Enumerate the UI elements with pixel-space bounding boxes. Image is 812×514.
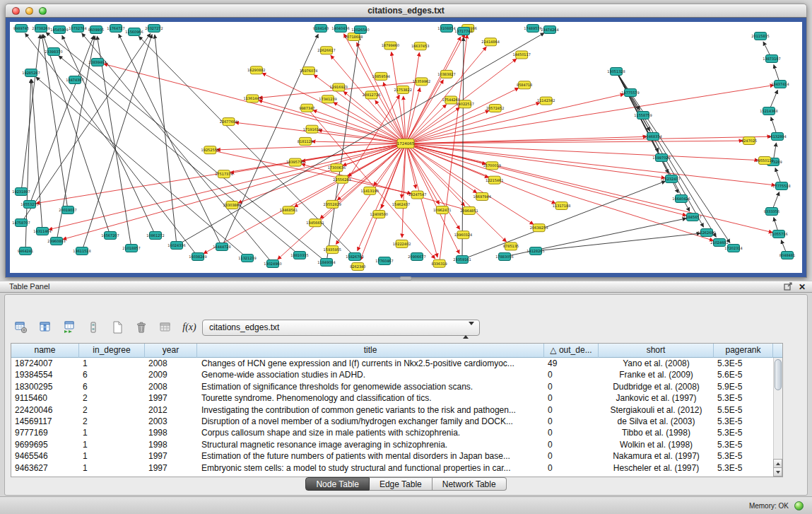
table-cell: 49 [544,358,599,369]
graph-node-label: 16640426 [672,197,690,201]
graph-node-label: 23359161 [453,257,471,262]
rename-column-button[interactable] [156,318,175,337]
table-cell: Estimation of significance thresholds fo… [197,381,544,392]
graph-node-label: 11361443 [243,96,261,100]
table-row[interactable]: 2242004622012Investigating the contribut… [11,404,773,416]
table-row[interactable]: 1938455462009Genome-wide association stu… [11,369,773,380]
float-panel-icon[interactable] [784,281,792,293]
vertical-scrollbar[interactable] [773,358,782,477]
table-options-button[interactable] [12,318,30,337]
table-cell: 5.3E-5 [714,427,773,438]
graph-node-label: 10732784 [69,26,86,30]
column-header-title[interactable]: title [197,344,544,358]
column-header-name[interactable]: name [11,344,79,358]
graph-edge [358,144,406,251]
network-canvas[interactable]: 1724065157000191221546116697944209648511… [10,22,802,273]
table-row[interactable]: 946554611997Estimation of the future num… [11,450,773,462]
graph-node-label: 13717748 [454,29,472,33]
graph-edge [406,144,758,160]
column-header-year[interactable]: year [145,344,197,358]
scroll-down-button[interactable] [773,467,782,477]
table-cell: Dudbridge et al. (2008) [599,381,714,392]
table-cell: Yano et al. (2008) [599,358,714,369]
table-cell: 0 [544,404,599,416]
graph-node-label: 15997029 [652,156,670,160]
graph-edge [238,144,406,203]
graph-node-label: 11560966 [125,30,143,34]
table-cell: 1 [79,427,145,438]
graph-node-label: 16637453 [411,44,429,48]
header-corner [773,344,782,358]
graph-edge [406,144,416,189]
column-header-out_de[interactable]: △ out_de... [544,344,599,358]
graph-node-label: 21018857 [122,246,140,250]
table-cell: 1998 [145,427,197,438]
graph-node-label: 16976074 [300,69,317,73]
table-cell: de Silva et al. (2003) [599,416,714,427]
row-mode-button[interactable] [84,318,102,337]
table-row[interactable]: 1830029562008Estimation of significance … [11,381,773,392]
graph-node-label: 13456651 [306,221,324,225]
table-panel-header[interactable]: Table Panel ✕ [0,281,812,293]
function-builder-button[interactable]: f(x) [180,318,199,337]
graph-node-label: 9464241 [18,249,33,253]
column-header-short[interactable]: short [599,344,714,358]
table-cell: 0 [544,439,599,450]
tab-node-table[interactable]: Node Table [305,477,370,491]
graph-node-label: 12026540 [351,28,369,32]
tab-network-table[interactable]: Network Table [433,477,507,491]
table-row[interactable]: 1872400712008Changes of HCN gene express… [11,358,773,369]
graph-node-label: 18395790 [286,160,304,164]
graph-node-label: 11849084 [317,260,335,264]
graph-node-label: 11845657 [683,215,701,219]
tab-edge-table[interactable]: Edge Table [370,477,433,491]
table-cell: 1997 [145,462,197,474]
graph-node-label: 13611518 [73,249,90,253]
graph-edge [406,144,665,178]
table-cell: Investigating the contribution of common… [197,404,544,416]
table-cell: 1 [79,358,145,369]
table-row[interactable]: 977716911998Corpus callosum shape and si… [11,427,773,438]
column-header-pagerank[interactable]: pagerank [714,344,773,358]
node-table: namein_degreeyeartitle△ out_de...shortpa… [11,343,783,477]
graph-node-label: 10222402 [393,242,411,246]
close-panel-icon[interactable]: ✕ [799,282,806,292]
graph-node-label: 11558759 [634,113,652,117]
graph-node-label: 18810335 [290,253,308,257]
graph-node-label: 14545909 [50,28,68,32]
table-cell: Estimation of the future numbers of pati… [197,450,544,462]
graph-node-label: 14022517 [456,102,473,106]
table-row[interactable]: 1456911722003Disruption of a novel membe… [11,416,773,427]
table-cell: 1997 [145,450,197,462]
graph-node-label: 13960324 [454,233,472,237]
table-row[interactable]: 946362711997Embryonic stem cells: a mode… [11,462,773,474]
table-selector[interactable]: citations_edges.txt [202,320,480,336]
table-cell: 18300295 [11,381,79,392]
delete-column-button[interactable] [132,318,151,337]
minimize-button[interactable] [25,7,33,15]
table-cell: Nakamura et al. (1997) [599,450,714,462]
window-titlebar[interactable]: citations_edges.txt [5,4,807,18]
table-cell: 9465546 [11,450,79,462]
scrollbar-thumb[interactable] [775,359,782,390]
graph-edge [334,103,406,144]
zoom-button[interactable] [39,7,47,15]
table-row[interactable]: 911546021997Tourette syndrome. Phenomeno… [11,392,773,404]
graph-edge [210,150,411,194]
import-table-button[interactable] [60,318,78,337]
graph-node-label: 11055716 [770,232,787,236]
graph-node-label: 15214368 [760,109,777,113]
select-columns-icon [39,321,52,334]
table-row[interactable]: 969969511998Structural magnetic resonanc… [11,439,773,450]
graph-node-label: 15935955 [324,247,341,252]
graph-node-label: 18799460 [382,43,399,47]
graph-node-label: 17341239 [319,97,336,101]
table-cell: 5.3E-5 [714,358,773,369]
graph-node-label: 16024336 [167,243,185,247]
graph-edge [82,33,273,264]
column-header-in_degree[interactable]: in_degree [79,344,145,358]
graph-node-label: 23738269 [32,26,49,30]
select-columns-button[interactable] [36,318,54,337]
new-column-button[interactable] [108,318,126,337]
close-button[interactable] [12,7,20,15]
